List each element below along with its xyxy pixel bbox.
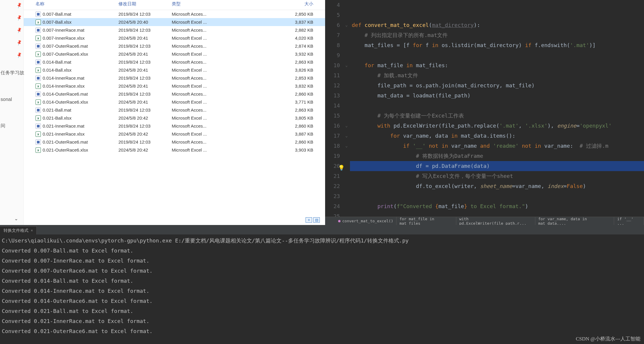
col-date-header[interactable]: 修改日期 [118, 0, 172, 8]
file-size: 2,860 KB [219, 91, 325, 97]
file-size: 3,903 KB [219, 147, 325, 152]
code-line[interactable] [350, 101, 644, 111]
file-row[interactable]: ▦0.007-OuterRace6.mat2019/8/24 12:03Micr… [24, 42, 325, 50]
code-line[interactable]: print(f"Converted {mat_file} to Excel fo… [350, 201, 644, 211]
breadcrumb-item[interactable]: if '__' ... [614, 217, 644, 225]
code-line[interactable]: # 加载.mat文件 [350, 70, 644, 81]
file-size: 3,932 KB [219, 52, 325, 57]
terminal-output[interactable]: C:\Users\qiaolikui\.conda\envs\pytorch-g… [0, 234, 644, 344]
file-date: 2024/5/8 20:41 [118, 83, 172, 89]
code-line[interactable]: df = pd.DataFrame(data) [350, 161, 644, 171]
pin-icon[interactable]: 📌 [16, 27, 22, 33]
terminal-tab[interactable]: 转换文件格式 × [0, 226, 37, 234]
file-date: 2019/8/24 12:03 [118, 60, 172, 65]
file-type: Microsoft Acces... [172, 28, 219, 33]
breadcrumb-item[interactable]: convert_mat_to_excel() [335, 217, 396, 225]
col-type-header[interactable]: 类型 [172, 0, 219, 8]
line-number: 15 [325, 111, 340, 121]
code-line[interactable]: def convert_mat_to_excel(mat_directory): [350, 20, 644, 30]
file-row[interactable]: ▦0.014-OuterRace6.mat2019/8/24 12:03Micr… [24, 90, 325, 98]
file-size: 3,887 KB [219, 131, 325, 136]
code-line[interactable] [350, 0, 644, 10]
line-number: 6 [325, 20, 340, 30]
access-icon: ▦ [36, 107, 41, 113]
lightbulb-icon[interactable]: 💡 [338, 163, 345, 173]
watermark: CSDN @小桥流水---人工智能 [576, 335, 640, 342]
breadcrumb[interactable]: convert_mat_to_excel()for mat_file in ma… [325, 217, 644, 225]
file-name: 0.007-OuterRace6.mat [43, 44, 88, 49]
file-name: 0.021-OuterRace6.xlsx [43, 147, 88, 152]
file-row[interactable]: x0.007-InnerRace.xlsx2024/5/8 20:41Micro… [24, 34, 325, 42]
breadcrumb-item[interactable]: with pd.ExcelWriter(file_path.r... [456, 217, 535, 225]
sidebar-fragment: 间 [1, 123, 24, 129]
file-row[interactable]: x0.021-Ball.xlsx2024/5/8 20:42Microsoft … [24, 114, 325, 122]
breadcrumb-item[interactable]: for var_name, data in mat_data.... [535, 217, 614, 225]
pin-icon[interactable]: 📌 [16, 15, 22, 21]
code-line[interactable] [350, 211, 644, 217]
file-row[interactable]: x0.014-OuterRace6.xlsx2024/5/8 20:41Micr… [24, 98, 325, 106]
file-name: 0.021-Ball.xlsx [43, 115, 72, 120]
line-number: 12 [325, 81, 340, 91]
close-icon[interactable]: × [31, 229, 33, 233]
code-line[interactable]: mat_data = loadmat(file_path) [350, 91, 644, 101]
code-line[interactable]: for mat_file in mat_files: [350, 60, 644, 70]
code-line[interactable]: # 列出指定目录下的所有.mat文件 [350, 30, 644, 40]
file-row[interactable]: x0.021-InnerRace.xlsx2024/5/8 20:42Micro… [24, 130, 325, 138]
file-row[interactable]: ▦0.021-OuterRace6.mat2019/8/24 12:03Micr… [24, 138, 325, 146]
file-type: Microsoft Acces... [172, 75, 219, 81]
file-date: 2024/5/8 20:41 [118, 67, 172, 73]
file-date: 2024/5/8 20:40 [118, 20, 172, 25]
file-row[interactable]: ▦0.014-InnerRace.mat2019/8/24 12:03Micro… [24, 74, 325, 82]
file-date: 2024/5/8 20:42 [118, 131, 172, 136]
fold-column: ⌄⌄⌄⌄⌄ [345, 0, 350, 217]
code-line[interactable] [350, 10, 644, 20]
pin-icon[interactable]: 📌 [16, 52, 22, 58]
code-line[interactable] [350, 191, 644, 201]
file-row[interactable]: x0.007-Ball.xlsx2024/5/8 20:40Microsoft … [24, 18, 325, 26]
code-line[interactable]: # 将数据转换为DataFrame [350, 151, 644, 161]
file-row[interactable]: x0.014-InnerRace.xlsx2024/5/8 20:41Micro… [24, 82, 325, 90]
code-line[interactable] [350, 50, 644, 60]
file-row[interactable]: ▦0.007-Ball.mat2019/8/24 12:03Microsoft … [24, 10, 325, 18]
pin-icon[interactable]: 📌 [16, 39, 22, 46]
code-line[interactable]: with pd.ExcelWriter(file_path.replace('.… [350, 121, 644, 131]
fold-icon[interactable]: ⌄ [345, 63, 348, 67]
view-list-icon[interactable]: ≡ [306, 217, 312, 223]
file-row[interactable]: x0.007-OuterRace6.xlsx2024/5/8 20:41Micr… [24, 50, 325, 58]
file-row[interactable]: x0.021-OuterRace6.xlsx2024/5/8 20:42Micr… [24, 146, 325, 154]
file-list[interactable]: ▦0.007-Ball.mat2019/8/24 12:03Microsoft … [24, 10, 325, 225]
fold-icon[interactable]: ⌄ [345, 22, 348, 27]
pin-icon[interactable]: 📌 [16, 2, 22, 9]
view-details-icon[interactable]: ▤ [313, 217, 320, 223]
file-size: 2,874 KB [219, 44, 325, 49]
file-type: Microsoft Acces... [172, 12, 219, 17]
code-line[interactable]: # 写入Excel文件，每个变量一个sheet [350, 171, 644, 181]
code-line[interactable]: df.to_excel(writer, sheet_name=var_name,… [350, 181, 644, 191]
code-lines[interactable]: def convert_mat_to_excel(mat_directory):… [350, 0, 644, 217]
code-line[interactable]: mat_files = [f for f in os.listdir(mat_d… [350, 40, 644, 50]
access-icon: ▦ [36, 44, 41, 49]
fold-icon[interactable]: ⌄ [345, 123, 348, 128]
col-name-header[interactable]: 名称 [24, 0, 118, 8]
file-size: 3,826 KB [219, 67, 325, 73]
fold-icon[interactable]: ⌄ [345, 133, 348, 138]
breadcrumb-item[interactable]: for mat_file in mat_files [396, 217, 456, 225]
file-row[interactable]: ▦0.007-InnerRace.mat2019/8/24 12:03Micro… [24, 26, 325, 34]
file-row[interactable]: x0.014-Ball.xlsx2024/5/8 20:41Microsoft … [24, 66, 325, 74]
fold-icon[interactable]: ⌄ [345, 143, 348, 148]
code-line[interactable]: # 为每个变量创建一个Excel工作表 [350, 111, 644, 121]
file-date: 2024/5/8 20:41 [118, 52, 172, 57]
file-date: 2024/5/8 20:41 [118, 99, 172, 105]
line-number: 25 [325, 211, 340, 217]
file-size: 2,882 KB [219, 28, 325, 33]
col-size-header[interactable]: 大小 [219, 0, 325, 8]
file-row[interactable]: ▦0.021-InnerRace.mat2019/8/24 12:03Micro… [24, 122, 325, 130]
file-name: 0.014-OuterRace6.xlsx [43, 99, 88, 105]
code-line[interactable]: for var_name, data in mat_data.items(): [350, 131, 644, 141]
excel-icon: x [36, 83, 41, 89]
file-row[interactable]: ▦0.014-Ball.mat2019/8/24 12:03Microsoft … [24, 58, 325, 66]
code-line[interactable]: if '__' not in var_name and 'readme' not… [350, 141, 644, 151]
chevron-down-icon[interactable]: ⌄ [14, 216, 18, 221]
file-row[interactable]: ▦0.021-Ball.mat2019/8/24 12:03Microsoft … [24, 106, 325, 114]
code-line[interactable]: file_path = os.path.join(mat_directory, … [350, 81, 644, 91]
